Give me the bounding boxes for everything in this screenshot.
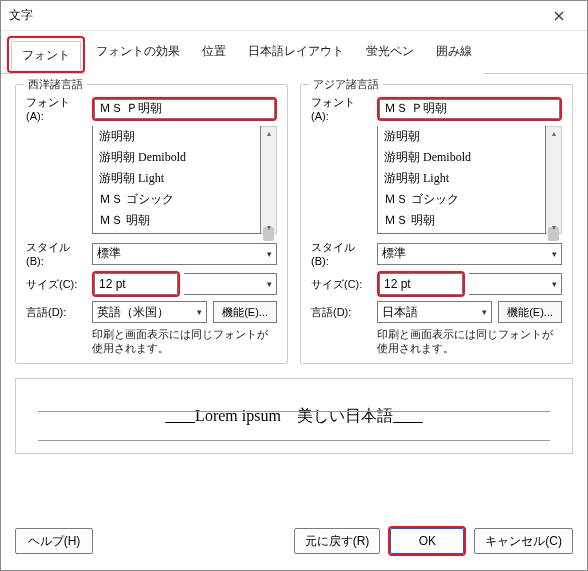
western-features-button[interactable]: 機能(E)... (213, 301, 277, 323)
western-style-row: スタイル(B): 標準 ▾ (26, 240, 277, 267)
cancel-button[interactable]: キャンセル(C) (474, 528, 573, 554)
preview-sample: Lorem ipsum 美しい日本語 (165, 406, 423, 427)
asian-style-label: スタイル(B): (311, 240, 371, 267)
western-style-value: 標準 (97, 245, 121, 262)
asian-lang-row: 言語(D): 日本語 ▾ 機能(E)... (311, 301, 562, 323)
asian-font-listbox[interactable]: 游明朝 游明朝 Demibold 游明朝 Light ＭＳ ゴシック ＭＳ 明朝… (377, 126, 546, 234)
western-font-input[interactable] (94, 99, 275, 119)
western-lang-row: 言語(D): 英語（米国） ▾ 機能(E)... (26, 301, 277, 323)
list-item[interactable]: ＭＳ ゴシック (378, 189, 545, 210)
asian-size-value: 12 pt (384, 277, 411, 291)
asian-style-select[interactable]: 標準 ▾ (377, 243, 562, 265)
close-icon (554, 11, 564, 21)
reset-button[interactable]: 元に戻す(R) (294, 528, 381, 554)
list-item[interactable]: 游明朝 Demibold (93, 147, 260, 168)
western-size-value: 12 pt (99, 277, 126, 291)
western-size-select[interactable]: 12 pt (94, 273, 178, 295)
character-dialog: 文字 フォント フォントの効果 位置 日本語レイアウト 蛍光ペン 囲み線 西洋諸… (0, 0, 588, 571)
preview-pane: Lorem ipsum 美しい日本語 (15, 378, 573, 454)
asian-size-select-caret[interactable]: ▾ (469, 273, 562, 295)
asian-font-scrollbar[interactable]: ▴ ▾ (546, 126, 562, 234)
asian-lang-value: 日本語 (382, 304, 418, 321)
tab-font-effects[interactable]: フォントの効果 (85, 37, 191, 74)
list-item[interactable]: ＭＳ Ｐゴシック (93, 231, 260, 234)
western-legend: 西洋諸言語 (24, 77, 87, 92)
titlebar: 文字 (1, 1, 587, 31)
western-style-label: スタイル(B): (26, 240, 86, 267)
scroll-up-icon[interactable]: ▴ (261, 127, 276, 139)
western-size-row: サイズ(C): 12 pt ▾ (26, 271, 277, 297)
list-item[interactable]: 游明朝 (378, 126, 545, 147)
western-font-list-row: 游明朝 游明朝 Demibold 游明朝 Light ＭＳ ゴシック ＭＳ 明朝… (26, 126, 277, 234)
chevron-down-icon: ▾ (482, 307, 487, 317)
scroll-down-icon[interactable]: ▾ (261, 221, 276, 233)
western-group: 西洋諸言語 フォント(A): 游明朝 游明朝 Demibold (15, 84, 288, 364)
western-font-label: フォント(A): (26, 95, 86, 122)
list-item[interactable]: 游明朝 Demibold (378, 147, 545, 168)
western-lang-select[interactable]: 英語（米国） ▾ (92, 301, 207, 323)
asian-font-label: フォント(A): (311, 95, 371, 122)
tab-highlighting[interactable]: 蛍光ペン (355, 37, 425, 74)
asian-font-list-row: 游明朝 游明朝 Demibold 游明朝 Light ＭＳ ゴシック ＭＳ 明朝… (311, 126, 562, 234)
western-style-select[interactable]: 標準 ▾ (92, 243, 277, 265)
highlight-tab-font: フォント (7, 36, 85, 73)
chevron-down-icon: ▾ (552, 279, 557, 289)
western-lang-value: 英語（米国） (97, 304, 169, 321)
scroll-down-icon[interactable]: ▾ (546, 221, 561, 233)
asian-size-label: サイズ(C): (311, 277, 371, 292)
list-item[interactable]: 游明朝 Light (378, 168, 545, 189)
chevron-down-icon: ▾ (267, 279, 272, 289)
list-item[interactable]: ＭＳ ゴシック (93, 189, 260, 210)
window-title: 文字 (9, 7, 539, 24)
close-button[interactable] (539, 1, 579, 31)
tab-asian-layout[interactable]: 日本語レイアウト (237, 37, 355, 74)
chevron-down-icon: ▾ (197, 307, 202, 317)
language-columns: 西洋諸言語 フォント(A): 游明朝 游明朝 Demibold (15, 84, 573, 364)
list-item[interactable]: 游明朝 (93, 126, 260, 147)
scroll-up-icon[interactable]: ▴ (546, 127, 561, 139)
dialog-footer: ヘルプ(H) 元に戻す(R) OK キャンセル(C) (1, 516, 587, 570)
western-note: 印刷と画面表示には同じフォントが使用されます。 (92, 327, 277, 355)
asian-size-select[interactable]: 12 pt (379, 273, 463, 295)
list-item[interactable]: ＭＳ 明朝 (93, 210, 260, 231)
asian-group: アジア諸言語 フォント(A): 游明朝 游明朝 Demibold (300, 84, 573, 364)
asian-style-value: 標準 (382, 245, 406, 262)
list-item[interactable]: 游明朝 Light (93, 168, 260, 189)
asian-lang-label: 言語(D): (311, 305, 371, 320)
asian-features-button[interactable]: 機能(E)... (498, 301, 562, 323)
western-font-scrollbar[interactable]: ▴ ▾ (261, 126, 277, 234)
asian-size-row: サイズ(C): 12 pt ▾ (311, 271, 562, 297)
western-font-row: フォント(A): (26, 95, 277, 122)
chevron-down-icon: ▾ (267, 249, 272, 259)
list-item[interactable]: ＭＳ 明朝 (378, 210, 545, 231)
asian-note: 印刷と画面表示には同じフォントが使用されます。 (377, 327, 562, 355)
tab-strip: フォント フォントの効果 位置 日本語レイアウト 蛍光ペン 囲み線 (1, 31, 587, 74)
asian-legend: アジア諸言語 (309, 77, 383, 92)
western-font-listbox[interactable]: 游明朝 游明朝 Demibold 游明朝 Light ＭＳ ゴシック ＭＳ 明朝… (92, 126, 261, 234)
asian-style-row: スタイル(B): 標準 ▾ (311, 240, 562, 267)
ok-button[interactable]: OK (390, 528, 464, 554)
tab-font[interactable]: フォント (11, 41, 81, 70)
asian-lang-select[interactable]: 日本語 ▾ (377, 301, 492, 323)
chevron-down-icon: ▾ (552, 249, 557, 259)
western-size-select-caret[interactable]: ▾ (184, 273, 277, 295)
help-button[interactable]: ヘルプ(H) (15, 528, 93, 554)
tab-position[interactable]: 位置 (191, 37, 237, 74)
tab-borders[interactable]: 囲み線 (425, 37, 483, 74)
list-item[interactable]: ＭＳ Ｐゴシック (378, 231, 545, 234)
asian-font-row: フォント(A): (311, 95, 562, 122)
western-lang-label: 言語(D): (26, 305, 86, 320)
asian-font-input[interactable] (379, 99, 560, 119)
western-size-label: サイズ(C): (26, 277, 86, 292)
dialog-body: 西洋諸言語 フォント(A): 游明朝 游明朝 Demibold (1, 74, 587, 516)
